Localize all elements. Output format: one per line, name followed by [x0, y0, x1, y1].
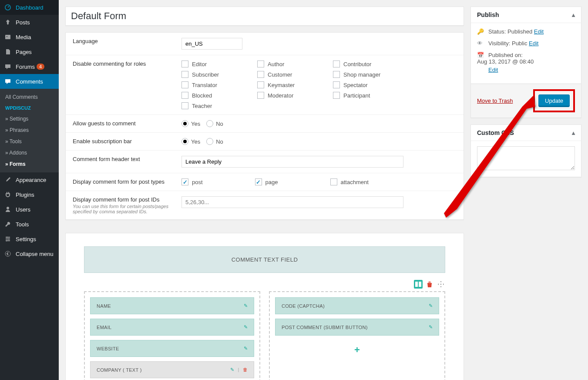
- sidebar-item-collapse-menu[interactable]: Collapse menu: [0, 246, 59, 261]
- plug-icon: [3, 190, 12, 199]
- language-input[interactable]: [181, 38, 242, 50]
- eye-icon: 👁: [477, 40, 485, 47]
- submenu-item[interactable]: » Phrases: [0, 124, 59, 136]
- submenu-item[interactable]: » Addons: [0, 147, 59, 158]
- post-type-post[interactable]: post: [181, 178, 203, 185]
- edit-field-icon[interactable]: ✎: [230, 367, 234, 373]
- sidebar-item-comments[interactable]: Comments: [0, 74, 59, 89]
- sub-yes-radio[interactable]: Yes: [181, 138, 200, 145]
- badge: 4: [37, 64, 44, 70]
- svg-point-2: [7, 36, 7, 37]
- post-ids-input[interactable]: [181, 196, 403, 208]
- page-icon: [3, 47, 12, 56]
- form-builder: COMMENT TEXT FIELD NAME✎EMAIL✎WEBSITE✎CO…: [65, 233, 464, 380]
- post-ids-label: Display comment form for post IDs: [73, 196, 181, 203]
- custom-css-textarea[interactable]: [477, 146, 575, 170]
- field-item[interactable]: NAME✎: [90, 297, 254, 314]
- sidebar-item-dashboard[interactable]: Dashboard: [0, 0, 59, 15]
- disable-roles-label: Disable commenting for roles: [73, 61, 181, 109]
- submenu-all-comments[interactable]: All Comments: [0, 91, 59, 103]
- edit-date-link[interactable]: Edit: [488, 67, 575, 73]
- role-checkbox-translator[interactable]: Translator: [181, 81, 252, 88]
- update-button[interactable]: Update: [538, 94, 570, 107]
- chat-icon: [3, 62, 12, 71]
- sidebar-item-pages[interactable]: Pages: [0, 44, 59, 59]
- role-checkbox-editor[interactable]: Editor: [181, 61, 252, 67]
- add-field-right[interactable]: +: [275, 340, 439, 360]
- role-checkbox-moderator[interactable]: Moderator: [257, 92, 328, 99]
- svg-point-7: [5, 251, 10, 256]
- header-text-input[interactable]: [181, 156, 403, 168]
- role-checkbox-teacher[interactable]: Teacher: [181, 102, 252, 109]
- field-item[interactable]: EMAIL✎: [90, 319, 254, 336]
- edit-field-icon[interactable]: ✎: [429, 324, 433, 330]
- guests-no-radio[interactable]: No: [206, 120, 223, 127]
- svg-point-5: [8, 239, 10, 240]
- submenu-item[interactable]: » Forms: [0, 158, 59, 170]
- post-ids-hint: You can use this form for certain posts/…: [73, 204, 181, 214]
- edit-field-icon[interactable]: ✎: [244, 324, 248, 330]
- field-item[interactable]: WEBSITE✎: [90, 340, 254, 357]
- content-area: Language Disable commenting for roles Ed…: [59, 0, 588, 380]
- media-icon: [3, 33, 12, 41]
- move-section-icon[interactable]: [437, 280, 445, 289]
- guests-yes-radio[interactable]: Yes: [181, 120, 200, 127]
- delete-section-icon[interactable]: [425, 280, 434, 289]
- field-item[interactable]: POST COMMENT (SUBMIT BUTTON)✎: [275, 319, 439, 336]
- layout-columns-icon[interactable]: [414, 280, 423, 289]
- collapse-icon[interactable]: ▴: [572, 11, 575, 18]
- edit-status-link[interactable]: Edit: [534, 28, 544, 35]
- post-type-attachment[interactable]: attachment: [330, 178, 369, 185]
- svg-rect-8: [415, 282, 418, 287]
- enable-sub-label: Enable subscription bar: [73, 138, 181, 145]
- sidebar-item-settings[interactable]: Settings: [0, 232, 59, 246]
- sidebar-item-media[interactable]: Media: [0, 30, 59, 44]
- submenu-header: WPDISCUZ: [0, 103, 59, 113]
- header-text-label: Comment form header text: [73, 156, 181, 168]
- post-types-label: Display comment form for post types: [73, 178, 181, 185]
- allow-guests-label: Allow guests to comment: [73, 120, 181, 127]
- role-checkbox-spectator[interactable]: Spectator: [333, 81, 403, 88]
- sidebar-item-appearance[interactable]: Appearance: [0, 172, 59, 187]
- sub-no-radio[interactable]: No: [206, 138, 223, 145]
- role-checkbox-keymaster[interactable]: Keymaster: [257, 81, 328, 88]
- sidebar-item-posts[interactable]: Posts: [0, 15, 59, 30]
- role-checkbox-author[interactable]: Author: [257, 61, 328, 67]
- submenu-item[interactable]: » Tools: [0, 136, 59, 147]
- sidebar-item-forums[interactable]: Forums4: [0, 59, 59, 74]
- submenu-item[interactable]: » Settings: [0, 113, 59, 124]
- key-icon: 🔑: [477, 28, 485, 35]
- svg-rect-9: [419, 282, 421, 287]
- post-type-page[interactable]: page: [255, 178, 278, 185]
- svg-point-4: [7, 237, 8, 238]
- custom-css-panel: Custom CSS▴: [470, 124, 581, 177]
- form-title-input[interactable]: [66, 7, 464, 25]
- svg-point-6: [6, 240, 7, 242]
- edit-field-icon[interactable]: ✎: [429, 303, 433, 309]
- user-icon: [3, 205, 12, 214]
- sidebar-item-tools[interactable]: Tools: [0, 217, 59, 232]
- role-checkbox-blocked[interactable]: Blocked: [181, 92, 252, 99]
- publish-title: Publish: [477, 11, 499, 18]
- role-checkbox-subscriber[interactable]: Subscriber: [181, 71, 252, 78]
- pin-icon: [3, 18, 12, 27]
- role-checkbox-shop-manager[interactable]: Shop manager: [333, 71, 403, 78]
- move-to-trash-link[interactable]: Move to Trash: [477, 98, 513, 104]
- title-panel: [65, 7, 464, 26]
- edit-visibility-link[interactable]: Edit: [529, 40, 538, 47]
- builder-header-field[interactable]: COMMENT TEXT FIELD: [84, 246, 445, 273]
- role-checkbox-customer[interactable]: Customer: [257, 71, 328, 78]
- sidebar-item-users[interactable]: Users: [0, 202, 59, 217]
- builder-column-left: NAME✎EMAIL✎WEBSITE✎COMPANY ( TEXT )✎ | 🗑…: [84, 291, 260, 380]
- collapse-icon[interactable]: ▴: [572, 129, 575, 136]
- edit-field-icon[interactable]: ✎: [244, 303, 248, 309]
- delete-field-icon[interactable]: 🗑: [243, 367, 248, 373]
- form-settings-panel: Language Disable commenting for roles Ed…: [65, 32, 464, 220]
- sidebar-item-plugins[interactable]: Plugins: [0, 187, 59, 202]
- role-checkbox-contributor[interactable]: Contributor: [333, 61, 403, 67]
- field-item[interactable]: COMPANY ( TEXT )✎ | 🗑: [90, 361, 254, 378]
- dashboard-icon: [3, 3, 12, 12]
- edit-field-icon[interactable]: ✎: [244, 346, 248, 351]
- role-checkbox-participant[interactable]: Participant: [333, 92, 403, 99]
- field-item[interactable]: CODE (CAPTCHA)✎: [275, 297, 439, 314]
